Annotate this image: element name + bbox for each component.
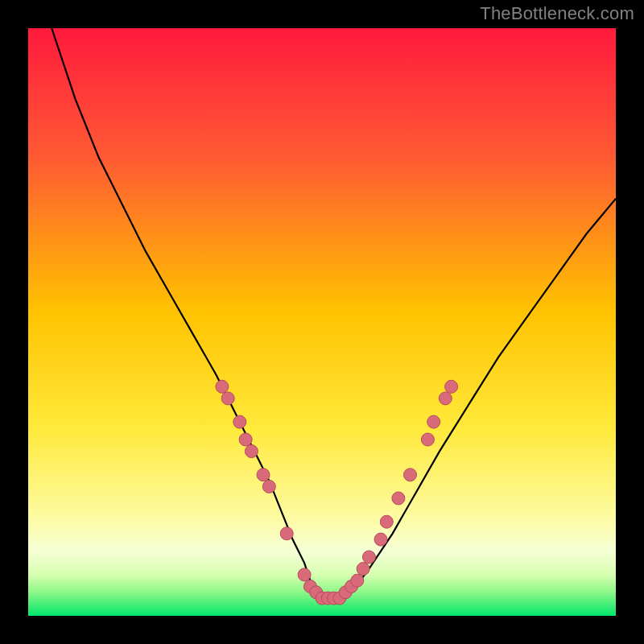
chart-svg xyxy=(28,28,616,616)
curve-marker xyxy=(221,392,234,405)
curve-marker xyxy=(257,469,270,481)
curve-marker xyxy=(239,433,252,446)
curve-marker xyxy=(380,515,393,528)
curve-marker xyxy=(445,380,458,393)
plot-area xyxy=(28,28,616,616)
curve-marker xyxy=(439,392,452,405)
curve-marker xyxy=(374,533,387,546)
curve-marker xyxy=(404,469,417,481)
curve-marker xyxy=(262,480,275,493)
curve-marker xyxy=(233,415,246,428)
curve-marker xyxy=(216,380,229,393)
watermark-text: TheBottleneck.com xyxy=(480,3,634,24)
curve-marker xyxy=(362,551,375,564)
curve-marker xyxy=(280,527,293,540)
curve-marker xyxy=(245,445,258,458)
curve-marker xyxy=(357,563,369,576)
chart-stage: TheBottleneck.com xyxy=(0,0,644,644)
curve-marker xyxy=(421,433,434,446)
gradient-background xyxy=(28,28,616,616)
curve-marker xyxy=(298,568,311,581)
curve-marker xyxy=(427,415,440,428)
curve-marker xyxy=(351,574,364,587)
curve-marker xyxy=(392,492,405,505)
